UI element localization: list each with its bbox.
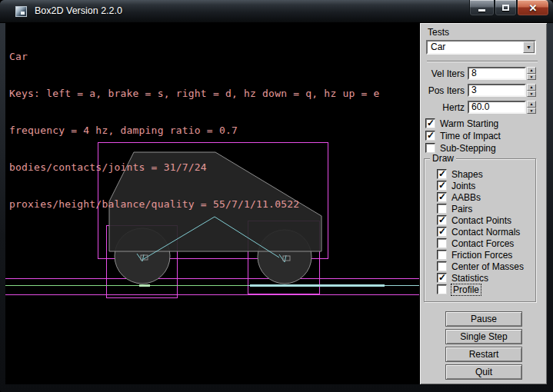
checkbox-label: Profile: [451, 284, 481, 295]
debug-stats-text: Car Keys: left = a, brake = s, right = d…: [9, 26, 380, 235]
checkbox-label: Sub-Stepping: [440, 143, 496, 154]
pos-iters-stepper[interactable]: ▲ ▼: [527, 84, 536, 97]
checkbox-box[interactable]: ✓: [437, 250, 447, 260]
titlebar[interactable]: Box2D Version 2.2.0 ✕: [0, 0, 553, 23]
checkmark-icon: ✓: [438, 168, 446, 179]
down-arrow-icon[interactable]: ▼: [527, 74, 536, 81]
maximize-icon: [502, 5, 509, 11]
checkbox-box[interactable]: ✓: [437, 273, 447, 283]
app-window: Box2D Version 2.2.0 ✕: [0, 0, 553, 392]
checkmark-icon: ✓: [438, 191, 446, 202]
checkbox-box[interactable]: ✓: [437, 261, 447, 271]
checkbox-label: Contact Points: [451, 215, 511, 226]
checkbox-label: Center of Masses: [451, 261, 524, 272]
tests-dropdown-value: Car: [431, 42, 445, 52]
checkmark-icon: ✓: [427, 130, 435, 141]
vel-iters-label: Vel Iters: [420, 68, 465, 79]
pause-button[interactable]: Pause: [445, 311, 522, 327]
down-arrow-icon[interactable]: ▼: [527, 108, 536, 115]
test-name-line: Car: [9, 51, 380, 63]
pos-iters-input[interactable]: 3: [468, 84, 526, 97]
checkbox-box[interactable]: ✓: [437, 238, 447, 248]
checkmark-icon: ✓: [438, 214, 446, 225]
single-step-button[interactable]: Single Step: [445, 329, 522, 344]
up-arrow-icon[interactable]: ▲: [527, 84, 536, 91]
checkbox-label: Friction Forces: [451, 250, 512, 261]
minimize-button[interactable]: [469, 0, 495, 16]
draw-group-title: Draw: [430, 153, 456, 164]
checkbox-label: Warm Starting: [440, 118, 498, 129]
checkbox-label: Contact Normals: [451, 227, 520, 238]
close-icon: ✕: [529, 3, 538, 13]
tests-dropdown[interactable]: Car ▼: [426, 40, 536, 55]
pos-iters-label: Pos Iters: [420, 85, 465, 96]
keys-help-line: Keys: left = a, brake = s, right = d, hz…: [9, 88, 380, 100]
checkbox-box[interactable]: ✓: [437, 227, 447, 237]
checkbox-box[interactable]: ✓: [437, 204, 447, 214]
checkbox-label: Joints: [451, 181, 475, 191]
checkbox-box[interactable]: ✓: [425, 118, 435, 128]
checkbox-box[interactable]: ✓: [437, 192, 447, 202]
caption-buttons: ✕: [469, 0, 549, 16]
pos-iters-row: Pos Iters 3 ▲ ▼: [420, 84, 547, 97]
frequency-line: frequency = 4 hz, damping ratio = 0.7: [9, 125, 380, 137]
hertz-label: Hertz: [420, 102, 465, 113]
dropdown-arrow-icon[interactable]: ▼: [523, 42, 535, 53]
restart-button[interactable]: Restart: [445, 347, 522, 362]
tests-label: Tests: [428, 27, 449, 38]
simulation-viewport[interactable]: Car Keys: left = a, brake = s, right = d…: [5, 23, 420, 384]
quit-button[interactable]: Quit: [445, 364, 522, 380]
vel-iters-stepper[interactable]: ▲ ▼: [527, 67, 536, 80]
minimize-icon: [478, 9, 485, 12]
bodies-stats-line: bodies/contacts/joints = 31/7/24: [9, 161, 380, 174]
checkmark-icon: ✓: [427, 118, 435, 128]
window-title: Box2D Version 2.2.0: [35, 5, 122, 16]
checkbox-label: Time of Impact: [440, 131, 501, 141]
checkbox-box[interactable]: ✓: [437, 215, 447, 225]
checkbox-box[interactable]: ✓: [437, 284, 447, 294]
checkbox-box[interactable]: ✓: [425, 143, 435, 153]
checkbox-label: Pairs: [451, 204, 472, 214]
checkbox-label: Statistics: [451, 273, 488, 284]
checkbox-box[interactable]: ✓: [437, 169, 447, 179]
proxies-stats-line: proxies/height/balance/quality = 55/7/1/…: [9, 198, 380, 211]
close-button[interactable]: ✕: [517, 0, 549, 16]
control-panel: Tests Car ▼ Vel Iters 8 ▲ ▼ Pos Iters 3 …: [420, 23, 547, 384]
up-arrow-icon[interactable]: ▲: [527, 67, 536, 74]
checkbox-box[interactable]: ✓: [437, 181, 447, 191]
checkmark-icon: ✓: [438, 180, 446, 191]
vel-iters-input[interactable]: 8: [468, 67, 526, 80]
checkbox-label: Shapes: [451, 169, 483, 180]
checkmark-icon: ✓: [438, 226, 446, 237]
separator: [427, 61, 538, 62]
down-arrow-icon[interactable]: ▼: [527, 91, 536, 98]
hertz-input[interactable]: 60.0: [468, 101, 526, 114]
up-arrow-icon[interactable]: ▲: [527, 101, 536, 108]
maximize-button[interactable]: [495, 0, 517, 16]
checkmark-icon: ✓: [438, 272, 446, 283]
app-icon[interactable]: [15, 6, 27, 17]
hertz-stepper[interactable]: ▲ ▼: [527, 101, 536, 114]
hertz-row: Hertz 60.0 ▲ ▼: [420, 101, 547, 114]
checkbox-box[interactable]: ✓: [425, 131, 435, 141]
checkbox-label: Contact Forces: [451, 238, 514, 249]
checkbox-label: AABBs: [451, 192, 481, 203]
vel-iters-row: Vel Iters 8 ▲ ▼: [420, 67, 547, 80]
